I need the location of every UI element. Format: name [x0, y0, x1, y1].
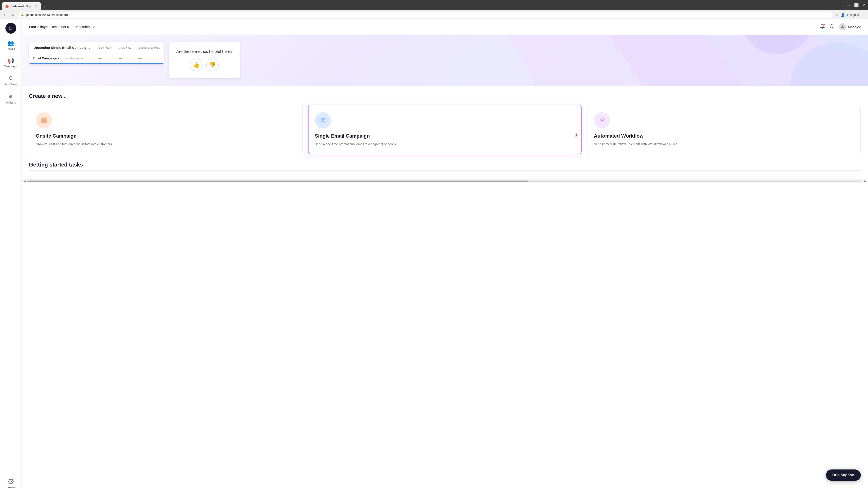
thumbs-up-btn[interactable]: 👍 — [190, 59, 203, 71]
drip-support-label: Drip Support — [832, 473, 855, 477]
campaigns-card: Upcoming Single Email Campaigns Open Rat… — [29, 42, 164, 64]
settings-icon — [8, 479, 13, 486]
tab-close-btn[interactable]: ✕ — [35, 4, 37, 8]
top-section: Upcoming Single Email Campaigns Open Rat… — [22, 35, 868, 86]
svg-rect-21 — [41, 120, 45, 121]
svg-point-10 — [10, 481, 11, 482]
progress-bar-full — [29, 170, 861, 171]
svg-rect-22 — [41, 121, 44, 122]
refresh-btn[interactable]: ↻ — [11, 13, 14, 17]
getting-started-section: Getting started tasks — [22, 162, 868, 179]
period-label: Past 7 days: — [29, 25, 49, 29]
feedback-card: Are these metrics helpful here? 👍 👎 — [169, 42, 240, 78]
sidebar-item-workflows[interactable]: Workflows — [2, 72, 20, 89]
campaign-status: sending today — [65, 57, 84, 60]
browser-chrome: ● Dashboard · Drip ✕ ＋ — ⬜ ✕ — [0, 0, 868, 10]
url-bar[interactable]: 🔒 getdrip.com/7641396/dashboard — [17, 12, 833, 18]
lock-icon: 🔒 — [21, 13, 24, 17]
svg-point-31 — [603, 118, 604, 119]
table-title: Upcoming Single Email Campaigns — [29, 42, 95, 53]
thumbs-down-btn[interactable]: 👎 — [206, 59, 219, 71]
campaign-name: Email Campaign - ... — [33, 57, 63, 60]
svg-line-12 — [833, 27, 834, 28]
scroll-bar[interactable]: ◀ ▶ — [22, 179, 868, 183]
workflow-icon — [594, 112, 610, 129]
onsite-campaign-card[interactable]: Onsite Campaign Grow your list and turn … — [29, 105, 303, 154]
sidebar-label-analytics: Analytics — [5, 101, 16, 104]
svg-point-11 — [830, 24, 833, 28]
svg-rect-0 — [9, 76, 10, 77]
svg-rect-8 — [10, 95, 11, 98]
sidebar-item-analytics[interactable]: Analytics — [2, 91, 20, 107]
unsubscribe-rate-value: — — [135, 53, 163, 64]
onsite-card-desc: Grow your list and turn drive-by visitor… — [36, 142, 296, 147]
svg-rect-9 — [12, 94, 13, 98]
profile-icon[interactable]: 👤 — [841, 13, 845, 17]
browser-nav-bar: ‹ › ↻ 🔒 getdrip.com/7641396/dashboard ☆ … — [0, 10, 868, 19]
svg-rect-2 — [9, 79, 10, 80]
svg-rect-3 — [11, 79, 13, 80]
incognito-label: Incognito — [847, 13, 859, 17]
progress-bar — [29, 63, 164, 64]
hero-bg-shapes — [445, 35, 868, 86]
svg-rect-1 — [11, 76, 13, 77]
active-tab[interactable]: ● Dashboard · Drip ✕ — [2, 2, 41, 10]
feedback-title: Are these metrics helpful here? — [176, 49, 232, 54]
workflows-icon — [8, 75, 13, 82]
campaigns-icon: 📢 — [7, 58, 14, 64]
sidebar-item-campaigns[interactable]: 📢 Campaigns — [2, 55, 20, 71]
workflow-card[interactable]: Automated Workflow Send immediate follow… — [587, 105, 861, 154]
sidebar-item-people[interactable]: 👥 People — [2, 37, 20, 53]
new-tab-btn[interactable]: ＋ — [41, 3, 49, 10]
people-icon: 👥 — [7, 40, 14, 46]
forward-btn[interactable]: › — [7, 13, 8, 17]
sidebar-label-workflows: Workflows — [4, 83, 17, 86]
date-values: December 6 — December 12 — [51, 25, 95, 29]
scroll-right[interactable]: ▶ — [864, 180, 866, 183]
email-card-desc: Send a one-time promotional email to a s… — [315, 142, 575, 147]
tab-title: Dashboard · Drip — [10, 5, 31, 8]
back-btn[interactable]: ‹ — [4, 13, 5, 17]
user-name: Moodjoy — [848, 25, 861, 29]
col-unsubscribe-rate: Unsubscribe Rate — [135, 42, 163, 53]
col-open-rate: Open Rate — [95, 42, 115, 53]
email-campaign-card[interactable]: Single Email Campaign Send a one-time pr… — [308, 105, 582, 154]
getting-started-header: Getting started tasks — [29, 162, 861, 168]
sidebar-label-people: People — [6, 47, 15, 51]
click-rate-value: — — [115, 53, 135, 64]
svg-rect-7 — [9, 96, 10, 98]
create-section-title: Create a new... — [29, 93, 861, 99]
scroll-thumb[interactable] — [27, 181, 528, 182]
page-header: Past 7 days: December 6 — December 12 — [22, 19, 868, 35]
cards-grid: Onsite Campaign Grow your list and turn … — [29, 105, 861, 154]
feedback-buttons: 👍 👎 — [190, 59, 219, 71]
maximize-btn[interactable]: ⬜ — [854, 3, 859, 7]
email-card-title: Single Email Campaign — [315, 133, 575, 139]
svg-marker-16 — [505, 35, 747, 86]
minimize-btn[interactable]: — — [847, 3, 850, 7]
close-btn[interactable]: ✕ — [862, 3, 865, 7]
create-section: Create a new... — [22, 86, 868, 162]
browser-extensions: ☆ 👤 Incognito ⋮ — [836, 13, 864, 17]
sidebar-logo[interactable]: ☺ — [5, 23, 16, 34]
notification-dot — [823, 24, 825, 26]
col-click-rate: Click Rate — [115, 42, 135, 53]
svg-marker-15 — [656, 35, 868, 60]
avatar — [839, 23, 846, 31]
scroll-left[interactable]: ◀ — [24, 180, 26, 183]
svg-rect-25 — [45, 119, 46, 119]
user-menu[interactable]: Moodjoy — [839, 23, 861, 31]
notification-bell[interactable] — [820, 24, 825, 30]
workflow-card-desc: Send immediate follow-up emails with Wor… — [594, 142, 854, 147]
search-icon[interactable] — [829, 24, 834, 30]
campaigns-table: Upcoming Single Email Campaigns Open Rat… — [29, 42, 164, 63]
workflow-card-title: Automated Workflow — [594, 133, 854, 139]
scroll-track[interactable] — [27, 181, 862, 182]
bookmark-icon[interactable]: ☆ — [836, 13, 839, 17]
sidebar-item-settings[interactable]: Settings — [2, 476, 20, 488]
url-text: getdrip.com/7641396/dashboard — [26, 13, 68, 17]
drip-support-btn[interactable]: Drip Support — [826, 469, 861, 481]
svg-point-32 — [601, 117, 602, 119]
extensions-menu-btn[interactable]: ⋮ — [861, 13, 864, 17]
table-row: Email Campaign - ... sending today — — — — [29, 53, 164, 64]
